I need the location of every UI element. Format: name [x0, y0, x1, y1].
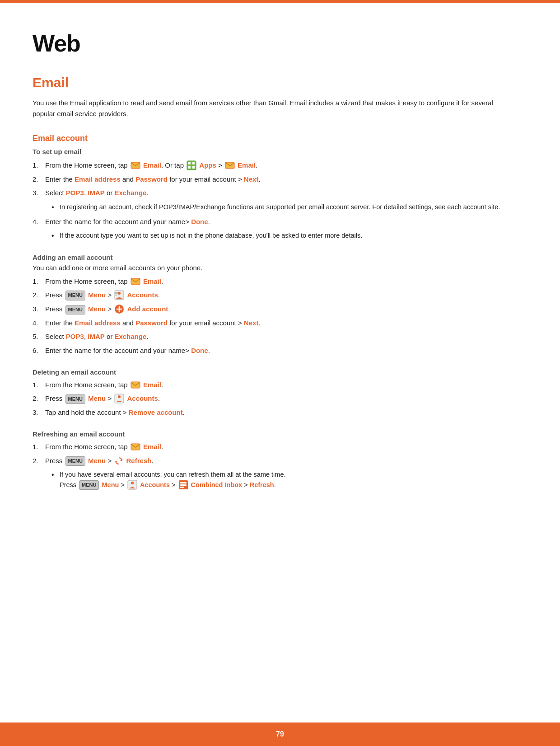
password-label-add: Password — [135, 319, 168, 327]
setup-steps: 1. From the Home screen, tap Email. Or t… — [33, 160, 527, 198]
step4-bullets: If the account type you want to set up i… — [51, 230, 527, 240]
adding-step-2: 2. Press MENU Menu > Accounts. — [33, 290, 527, 300]
email-address-label-add: Email address — [75, 319, 121, 327]
adding-step-num-6: 6. — [33, 345, 38, 356]
intro-text: You use the Email application to read an… — [33, 98, 507, 119]
adding-step-num-2: 2. — [33, 290, 38, 300]
menu-label-ref2: Menu — [88, 457, 106, 464]
step-4-text: Enter the name for the account and your … — [45, 218, 210, 225]
top-border — [0, 0, 560, 3]
addaccount-icon-add3 — [114, 304, 124, 314]
adding-step-6: 6. Enter the name for the account and yo… — [33, 345, 527, 356]
done-label-1: Done — [191, 218, 208, 225]
deleting-step-2-text: Press MENU Menu > Accounts. — [45, 394, 160, 402]
deleting-account-title: Deleting an email account — [33, 368, 527, 376]
password-label: Password — [135, 175, 168, 183]
setup-step-1: 1. From the Home screen, tap Email. Or t… — [33, 160, 527, 171]
adding-step-5-text: Select POP3, IMAP or Exchange. — [45, 333, 148, 340]
refreshing-step-1-text: From the Home screen, tap Email. — [45, 443, 163, 450]
adding-step-num-1: 1. — [33, 276, 38, 286]
setup-step-4: 4. Enter the name for the account and yo… — [33, 216, 527, 227]
setup-steps-cont: 4. Enter the name for the account and yo… — [33, 216, 527, 227]
deleting-step-3-text: Tap and hold the account > Remove accoun… — [45, 408, 185, 416]
adding-step-6-text: Enter the name for the account and your … — [45, 347, 210, 354]
email-icon-ref1 — [131, 443, 140, 450]
svg-rect-27 — [180, 487, 184, 488]
deleting-step-1: 1. From the Home screen, tap Email. — [33, 380, 527, 390]
refreshing-account-section: Refreshing an email account 1. From the … — [33, 430, 527, 490]
menu-icon-ref2: MENU — [65, 456, 85, 466]
menu-icon-add3: MENU — [65, 305, 85, 314]
step-2-text: Enter the Email address and Password for… — [45, 175, 261, 183]
accounts-label-add2: Accounts — [127, 291, 158, 299]
deleting-step-2: 2. Press MENU Menu > Accounts. — [33, 393, 527, 404]
refreshing-steps: 1. From the Home screen, tap Email. 2. P… — [33, 441, 527, 466]
refreshing-account-title: Refreshing an email account — [33, 430, 527, 438]
adding-step-1-text: From the Home screen, tap Email. — [45, 277, 163, 285]
menu-label-add3: Menu — [88, 305, 106, 313]
menu-icon-add2: MENU — [65, 291, 85, 300]
email-icon-del1 — [131, 381, 140, 389]
svg-point-23 — [131, 482, 134, 484]
email-address-label: Email address — [75, 175, 121, 183]
step-1-text: From the Home screen, tap Email. Or tap … — [45, 161, 257, 169]
email-icon-1a — [131, 162, 140, 169]
imap-label: IMAP — [88, 189, 105, 197]
svg-rect-0 — [131, 162, 140, 169]
svg-rect-6 — [225, 162, 234, 169]
svg-rect-19 — [131, 444, 140, 450]
adding-account-section: Adding an email account You can add one … — [33, 253, 527, 356]
refresh-label-bullet: Refresh — [250, 481, 274, 488]
menu-label-del2: Menu — [88, 394, 106, 402]
adding-step-3: 3. Press MENU Menu > Add account. — [33, 304, 527, 314]
email-account-title: Email account — [33, 134, 527, 143]
accounts-label-ref-bullet: Accounts — [140, 481, 170, 488]
svg-rect-3 — [192, 162, 195, 164]
accounts-label-del2: Accounts — [127, 394, 158, 402]
deleting-account-section: Deleting an email account 1. From the Ho… — [33, 368, 527, 418]
svg-rect-25 — [180, 482, 187, 483]
step-num-2: 2. — [33, 174, 38, 184]
svg-point-18 — [118, 395, 121, 398]
step3-bullets: In registering an account, check if POP3… — [51, 202, 527, 212]
refreshing-step-1: 1. From the Home screen, tap Email. — [33, 441, 527, 452]
remove-account-label: Remove account — [129, 408, 183, 416]
refreshing-step-num-1: 1. — [33, 441, 38, 452]
email-label-add1: Email — [143, 277, 161, 285]
accounts-icon-ref-bullet — [127, 480, 137, 490]
email-section: Email You use the Email application to r… — [33, 75, 527, 119]
refreshing-step-2: 2. Press MENU Menu > Refresh. — [33, 455, 527, 466]
setup-heading: To set up email — [33, 148, 527, 155]
svg-rect-2 — [188, 162, 191, 164]
adding-step-2-text: Press MENU Menu > Accounts. — [45, 291, 160, 299]
adding-step-num-3: 3. — [33, 304, 38, 314]
deleting-step-num-3: 3. — [33, 407, 38, 418]
pop3-label-add: POP3 — [66, 333, 84, 340]
apps-icon — [187, 160, 196, 170]
adding-step-1: 1. From the Home screen, tap Email. — [33, 276, 527, 286]
deleting-step-1-text: From the Home screen, tap Email. — [45, 381, 163, 389]
refreshing-bullet-1: If you have several email accounts, you … — [51, 469, 527, 490]
refreshing-bullets: If you have several email accounts, you … — [51, 469, 527, 490]
step-num-3: 3. — [33, 188, 38, 198]
setup-step-2: 2. Enter the Email address and Password … — [33, 174, 527, 184]
email-label-1b: Email — [238, 161, 256, 169]
step-num-4: 4. — [33, 216, 38, 227]
combined-icon-ref-bullet — [178, 480, 188, 490]
menu-icon-ref-bullet: MENU — [79, 480, 99, 490]
done-label-add: Done — [191, 347, 208, 354]
svg-rect-16 — [131, 382, 140, 388]
email-label-del1: Email — [143, 381, 161, 389]
addaccount-label: Add account — [127, 305, 168, 313]
email-label-ref1: Email — [143, 443, 161, 450]
combined-inbox-label: Combined Inbox — [191, 481, 243, 488]
adding-account-intro: You can add one or more email accounts o… — [33, 264, 527, 272]
page-title: Web — [33, 30, 527, 57]
menu-icon-del2: MENU — [65, 394, 85, 404]
email-account-section: Email account To set up email 1. From th… — [33, 134, 527, 241]
refresh-label: Refresh — [126, 457, 152, 464]
exchange-label-add: Exchange — [114, 333, 146, 340]
svg-rect-7 — [131, 278, 140, 285]
deleting-step-3: 3. Tap and hold the account > Remove acc… — [33, 407, 527, 418]
section-title: Email — [33, 75, 527, 90]
